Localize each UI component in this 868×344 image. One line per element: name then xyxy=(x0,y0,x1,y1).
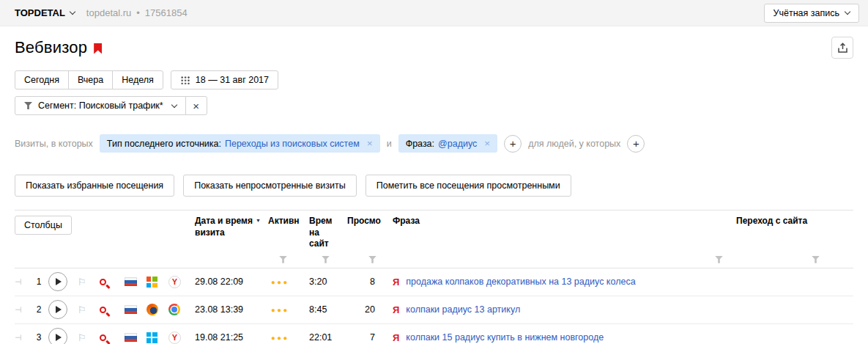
filter-funnel-icon-time[interactable] xyxy=(322,256,330,263)
phrase-link[interactable]: колпаки радиус 13 артикул xyxy=(406,304,520,315)
segment-button[interactable]: Сегмент: Поисковый трафик* xyxy=(15,96,186,115)
pin-icon[interactable]: ⊣ xyxy=(15,277,29,287)
chip-value: Переходы из поисковых систем xyxy=(225,139,360,149)
and-label: и xyxy=(387,139,392,149)
browser-cell xyxy=(168,276,195,288)
favorite-flag-icon[interactable]: ⚐ xyxy=(78,332,100,343)
country-flag-cell xyxy=(125,333,146,342)
export-button[interactable] xyxy=(831,37,853,59)
date-yesterday-button[interactable]: Вчера xyxy=(68,70,113,89)
page-views-count: 8 xyxy=(347,277,393,287)
activity-indicator: ●●● xyxy=(271,334,309,342)
country-flag-cell xyxy=(125,305,146,314)
yandex-icon: Я xyxy=(393,277,399,288)
segment-label: Сегмент: Поисковый трафик* xyxy=(38,100,163,111)
play-button[interactable] xyxy=(48,328,67,344)
actions-row: Показать избранные посещения Показать не… xyxy=(15,175,853,197)
table-row: ⊣ 3 ⚐ 19.08 21:25 ●●● 22:01 7 Я колпаки … xyxy=(15,324,853,344)
play-icon xyxy=(56,334,62,341)
col-header-activity[interactable]: Активн xyxy=(268,216,309,227)
close-icon: × xyxy=(193,100,199,112)
play-button[interactable] xyxy=(48,300,67,319)
activity-indicator: ●●● xyxy=(271,306,309,314)
favorite-flag-icon[interactable]: ⚐ xyxy=(78,304,100,315)
account-button[interactable]: Учётная запись xyxy=(764,4,859,23)
col-header-time-on-site[interactable]: Врем на сайт xyxy=(309,216,347,250)
phrase-link[interactable]: колпаки 15 радиус купить в нижнем новгор… xyxy=(406,332,604,343)
date-week-button[interactable]: Неделя xyxy=(112,70,163,89)
phrase-link[interactable]: продажа колпаков декоративных на 13 ради… xyxy=(406,277,635,287)
site-domain: topdetal.ru xyxy=(86,7,131,18)
bullet-separator: • xyxy=(136,7,140,18)
add-visit-condition-button[interactable]: + xyxy=(504,135,522,153)
filter-sentence: Визиты, в которых Тип последнего источни… xyxy=(15,134,853,153)
date-range-label: 18 — 31 авг 2017 xyxy=(196,75,269,85)
segment-close-button[interactable]: × xyxy=(185,96,207,115)
chip-prefix: Тип последнего источника: xyxy=(107,139,221,149)
col-header-views[interactable]: Просмо xyxy=(347,216,393,227)
sort-desc-icon: ▼ xyxy=(256,218,261,223)
phrase-cell: Я колпаки радиус 13 артикул xyxy=(393,304,736,315)
counter-switcher[interactable]: TOPDETAL xyxy=(15,7,75,18)
col-header-phrase[interactable]: Фраза xyxy=(393,216,736,227)
filter-funnel-icon-phrase[interactable] xyxy=(715,256,723,263)
search-icon xyxy=(100,307,106,313)
col-header-date-line2: визита xyxy=(195,227,225,238)
play-icon xyxy=(56,278,62,285)
russia-flag-icon xyxy=(125,305,137,314)
chip-value: @радиус xyxy=(438,139,477,149)
browser-cell xyxy=(168,332,195,344)
chip-prefix: Фраза: xyxy=(406,139,434,149)
browser-cell xyxy=(168,304,195,315)
os-cell xyxy=(146,304,168,315)
filter-funnel-icon-referrer[interactable] xyxy=(812,256,820,263)
phrase-cell: Я колпаки 15 радиус купить в нижнем новг… xyxy=(393,332,736,343)
chip-close-icon[interactable]: × xyxy=(484,138,490,149)
play-button[interactable] xyxy=(48,272,67,291)
os-icon xyxy=(146,277,157,288)
add-people-condition-button[interactable]: + xyxy=(627,135,645,153)
table-header: Столбцы Дата и время▼ визита Активн Врем… xyxy=(15,210,853,268)
filter-chip-phrase[interactable]: Фраза: @радиус × xyxy=(398,134,498,153)
page-views-count: 7 xyxy=(347,332,393,343)
filter-funnel-icon-activity[interactable] xyxy=(279,256,287,263)
country-flag-cell xyxy=(125,277,146,286)
chevron-down-icon xyxy=(845,9,850,15)
time-on-site: 22:01 xyxy=(309,332,347,343)
pin-icon[interactable]: ⊣ xyxy=(15,333,29,343)
favorite-flag-icon[interactable]: ⚐ xyxy=(78,277,100,288)
chip-close-icon[interactable]: × xyxy=(367,138,373,149)
os-cell xyxy=(146,277,168,288)
russia-flag-icon xyxy=(125,333,137,342)
table-row: ⊣ 2 ⚐ 23.08 13:39 ●●● 8:45 20 Я колпаки … xyxy=(15,296,853,324)
date-controls: Сегодня Вчера Неделя 18 — 31 авг 2017 xyxy=(15,70,853,89)
time-on-site: 3:20 xyxy=(309,277,347,287)
show-unviewed-button[interactable]: Показать непросмотренные визиты xyxy=(183,175,357,197)
bookmark-icon[interactable] xyxy=(94,43,102,54)
show-favorites-button[interactable]: Показать избранные посещения xyxy=(15,175,174,197)
page-views-count: 20 xyxy=(347,304,393,315)
visit-datetime: 29.08 22:09 xyxy=(195,277,268,287)
activity-indicator: ●●● xyxy=(271,278,309,286)
export-icon xyxy=(837,43,848,54)
filter-funnel-icon-views[interactable] xyxy=(368,256,376,263)
search-engine-cell xyxy=(100,334,125,341)
pin-icon[interactable]: ⊣ xyxy=(15,305,29,315)
row-number: 2 xyxy=(29,304,48,315)
os-icon xyxy=(146,304,158,315)
for-people-label: для людей, у которых xyxy=(528,139,620,149)
date-today-button[interactable]: Сегодня xyxy=(15,70,69,89)
chevron-down-icon xyxy=(171,101,177,107)
page-title: Вебвизор xyxy=(15,38,87,57)
date-range-button[interactable]: 18 — 31 авг 2017 xyxy=(171,70,278,89)
col-header-date-line1: Дата и время xyxy=(195,216,253,226)
col-header-referrer[interactable]: Переход с сайта xyxy=(736,216,853,227)
filter-chip-source-type[interactable]: Тип последнего источника: Переходы из по… xyxy=(100,134,380,153)
mark-all-viewed-button[interactable]: Пометить все посещения просмотренными xyxy=(366,175,571,197)
browser-icon xyxy=(168,276,181,288)
time-on-site: 8:45 xyxy=(309,304,347,315)
col-header-date[interactable]: Дата и время▼ визита xyxy=(195,216,268,238)
counter-name: TOPDETAL xyxy=(15,7,65,18)
browser-icon xyxy=(168,304,180,315)
columns-button[interactable]: Столбцы xyxy=(15,216,72,235)
